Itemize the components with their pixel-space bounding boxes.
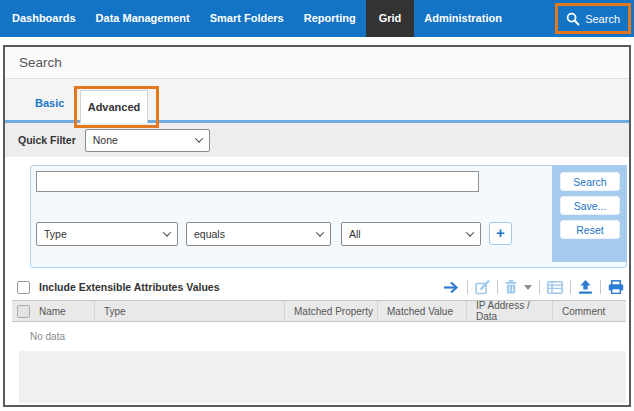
toolbar-separator — [539, 280, 540, 294]
page-title: Search — [19, 55, 62, 70]
column-label: Matched Property — [294, 306, 373, 317]
chevron-down-icon — [195, 134, 203, 142]
search-query-input[interactable] — [36, 171, 479, 192]
save-button[interactable]: Save... — [560, 196, 620, 215]
quick-filter-value: None — [93, 134, 118, 146]
chevron-down-icon — [466, 228, 474, 236]
include-ea-checkbox[interactable] — [17, 281, 30, 294]
header-cell-matched-property[interactable]: Matched Property — [285, 301, 378, 321]
condition-value-select[interactable]: All — [341, 222, 481, 246]
header-cell-type[interactable]: Type — [95, 301, 285, 321]
app-screen: Dashboards Data Management Smart Folders… — [0, 0, 634, 411]
tab-advanced[interactable]: Advanced — [80, 90, 148, 123]
nav-item-data-management[interactable]: Data Management — [86, 0, 200, 37]
results-toolbar: Include Extensible Attributes Values — [5, 275, 629, 299]
toolbar-icon-group — [443, 280, 624, 295]
table-empty-area — [19, 351, 626, 403]
toolbar-separator — [600, 280, 601, 294]
nav-item-smart-folders[interactable]: Smart Folders — [200, 0, 294, 37]
export-icon[interactable] — [578, 280, 593, 294]
search-tabstrip: Basic Advanced — [5, 79, 629, 123]
quick-filter-label: Quick Filter — [18, 134, 76, 146]
chevron-down-icon — [316, 228, 324, 236]
column-label: Name — [39, 306, 66, 317]
include-ea-label: Include Extensible Attributes Values — [39, 281, 220, 293]
results-table: Name Type Matched Property Matched Value… — [12, 300, 626, 351]
condition-value-value: All — [349, 228, 361, 240]
go-to-arrow-icon[interactable] — [443, 281, 460, 294]
panel-title-bar: Search — [5, 47, 629, 79]
column-label: Type — [104, 306, 126, 317]
search-panel: Search Basic Advanced Quick Filter None … — [3, 45, 631, 407]
chevron-down-icon — [163, 228, 171, 236]
top-nav-bar: Dashboards Data Management Smart Folders… — [0, 0, 634, 37]
toolbar-separator — [467, 280, 468, 294]
search-icon[interactable] — [566, 12, 580, 26]
condition-field-select[interactable]: Type — [36, 222, 178, 246]
nav-search-button[interactable]: Search — [585, 13, 620, 25]
empty-results-row: No data — [12, 322, 626, 351]
toolbar-separator — [497, 280, 498, 294]
delete-icon[interactable] — [505, 280, 517, 294]
print-icon[interactable] — [608, 280, 624, 294]
column-view-icon[interactable] — [547, 281, 563, 294]
nav-item-administration[interactable]: Administration — [414, 0, 512, 37]
nav-item-dashboards[interactable]: Dashboards — [2, 0, 86, 37]
action-button-panel: Search Save... Reset — [552, 165, 627, 262]
tab-basic[interactable]: Basic — [35, 97, 64, 109]
column-label: Comment — [562, 306, 605, 317]
no-data-text: No data — [30, 331, 65, 342]
header-cell-ip-address-data[interactable]: IP Address / Data — [467, 301, 553, 321]
results-table-header: Name Type Matched Property Matched Value… — [12, 300, 626, 322]
condition-operator-value: equals — [194, 228, 225, 240]
header-cell-comment[interactable]: Comment — [553, 301, 626, 321]
select-all-checkbox[interactable] — [17, 305, 30, 318]
column-label: IP Address / Data — [476, 300, 552, 322]
header-cell-name[interactable]: Name — [12, 301, 95, 321]
nav-item-grid[interactable]: Grid — [366, 0, 415, 37]
column-label: Matched Value — [387, 306, 453, 317]
delete-dropdown-caret[interactable] — [524, 285, 532, 290]
toolbar-separator — [570, 280, 571, 294]
advanced-filter-panel: Type equals All + — [30, 165, 627, 268]
condition-operator-select[interactable]: equals — [186, 222, 331, 246]
header-cell-matched-value[interactable]: Matched Value — [378, 301, 467, 321]
quick-filter-select[interactable]: None — [85, 129, 210, 152]
condition-field-value: Type — [44, 228, 67, 240]
add-condition-button[interactable]: + — [489, 222, 512, 245]
search-button[interactable]: Search — [560, 172, 620, 191]
nav-item-reporting[interactable]: Reporting — [294, 0, 366, 37]
quick-filter-row: Quick Filter None — [5, 123, 629, 157]
edit-icon[interactable] — [475, 280, 490, 295]
reset-button[interactable]: Reset — [560, 220, 620, 239]
annotation-highlight-nav-search: Search — [555, 3, 631, 34]
